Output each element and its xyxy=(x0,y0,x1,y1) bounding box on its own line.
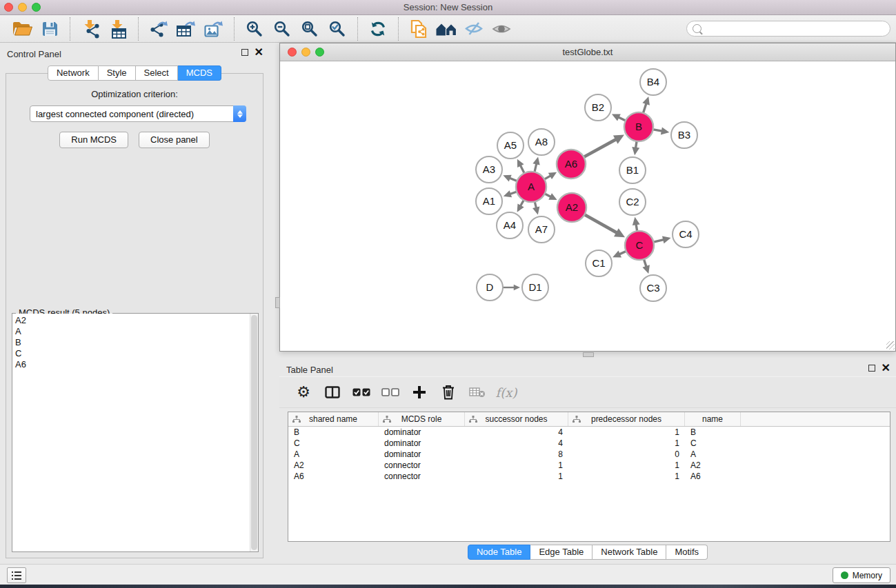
cell-shared-name[interactable]: C xyxy=(288,438,379,448)
node-B[interactable]: B xyxy=(624,112,653,141)
cell-predecessor-nodes[interactable]: 1 xyxy=(568,438,685,448)
network-window-titlebar[interactable]: testGlobe.txt xyxy=(280,43,895,61)
export-network-icon[interactable] xyxy=(145,16,172,42)
node-A5[interactable]: A5 xyxy=(497,132,524,159)
columns-icon[interactable] xyxy=(322,381,343,404)
delete-table-icon[interactable] xyxy=(467,381,488,404)
cell-MCDS-role[interactable]: connector xyxy=(379,472,465,481)
column-header-predecessor-nodes[interactable]: predecessor nodes xyxy=(568,412,685,426)
node-A1[interactable]: A1 xyxy=(476,188,502,214)
tab-mcds[interactable]: MCDS xyxy=(178,65,221,81)
close-network-window-icon[interactable] xyxy=(288,48,297,57)
edge-A6-B[interactable] xyxy=(584,139,617,157)
edge-A2-C[interactable] xyxy=(584,214,617,233)
zoom-fit-icon[interactable] xyxy=(296,16,323,42)
minimize-network-window-icon[interactable] xyxy=(301,48,310,57)
export-image-icon[interactable] xyxy=(200,16,228,42)
table-row[interactable]: A2connector11A2 xyxy=(288,460,890,471)
node-C1[interactable]: C1 xyxy=(586,250,612,276)
node-C4[interactable]: C4 xyxy=(673,221,699,247)
zoom-network-window-icon[interactable] xyxy=(315,48,324,57)
tab-motifs[interactable]: Motifs xyxy=(666,545,708,560)
result-item[interactable]: C xyxy=(15,348,258,359)
table-row[interactable]: A6connector11A6 xyxy=(288,471,890,482)
task-history-button[interactable] xyxy=(7,567,26,583)
node-D1[interactable]: D1 xyxy=(522,274,548,301)
resize-grip[interactable] xyxy=(886,341,895,349)
cell-shared-name[interactable]: A2 xyxy=(288,460,379,470)
edge-B-B4[interactable] xyxy=(643,103,646,114)
tab-network-table[interactable]: Network Table xyxy=(593,545,666,560)
node-D[interactable]: D xyxy=(477,274,503,301)
node-B2[interactable]: B2 xyxy=(585,94,611,121)
node-C3[interactable]: C3 xyxy=(640,275,666,301)
node-A4[interactable]: A4 xyxy=(497,212,523,239)
zoom-in-icon[interactable] xyxy=(241,16,268,42)
node-B4[interactable]: B4 xyxy=(640,69,666,95)
deselect-all-checkboxes-icon[interactable] xyxy=(380,381,401,404)
close-panel-icon[interactable]: ✕ xyxy=(255,49,263,56)
column-header-MCDS-role[interactable]: MCDS role xyxy=(379,412,465,426)
zoom-selected-icon[interactable] xyxy=(323,16,351,42)
cell-name[interactable]: B xyxy=(685,427,741,437)
cell-shared-name[interactable]: B xyxy=(288,427,379,437)
houses-icon[interactable] xyxy=(432,16,460,42)
cell-name[interactable]: A6 xyxy=(685,472,741,481)
column-header-shared-name[interactable]: shared name xyxy=(288,412,379,426)
node-A6[interactable]: A6 xyxy=(557,150,586,179)
cell-shared-name[interactable]: A xyxy=(288,449,379,459)
network-canvas[interactable]: B4B2BB3B1A5A8A6A3AA1C2A2A4A7C4CC1C3DD1 xyxy=(280,61,895,350)
cell-name[interactable]: C xyxy=(685,438,741,448)
add-column-icon[interactable] xyxy=(409,381,430,404)
select-all-checkboxes-icon[interactable] xyxy=(351,381,372,404)
table-row[interactable]: Bdominator41B xyxy=(288,427,890,438)
import-network-icon[interactable] xyxy=(77,16,104,42)
node-B1[interactable]: B1 xyxy=(619,157,646,183)
minimize-window-icon[interactable] xyxy=(18,3,27,12)
search-box[interactable] xyxy=(686,21,890,37)
mcds-result-list[interactable]: A2ABCA6 xyxy=(12,314,258,551)
cell-name[interactable]: A2 xyxy=(685,460,741,470)
cell-MCDS-role[interactable]: connector xyxy=(379,460,465,470)
tab-edge-table[interactable]: Edge Table xyxy=(530,545,593,560)
tab-style[interactable]: Style xyxy=(99,65,136,81)
close-table-panel-icon[interactable]: ✕ xyxy=(882,365,890,372)
result-item[interactable]: A xyxy=(15,326,258,337)
cell-predecessor-nodes[interactable]: 1 xyxy=(568,460,685,470)
node-C2[interactable]: C2 xyxy=(619,189,646,215)
cell-predecessor-nodes[interactable]: 0 xyxy=(568,449,685,459)
cell-shared-name[interactable]: A6 xyxy=(288,472,379,481)
table-row[interactable]: Cdominator41C xyxy=(288,438,890,449)
node-C[interactable]: C xyxy=(625,231,654,260)
close-window-icon[interactable] xyxy=(4,3,13,12)
cell-successor-nodes[interactable]: 4 xyxy=(465,427,568,437)
close-panel-button[interactable]: Close panel xyxy=(139,132,210,148)
export-table-icon[interactable] xyxy=(172,16,200,42)
function-builder-icon[interactable]: f(x) xyxy=(496,381,517,404)
node-A2[interactable]: A2 xyxy=(557,193,586,222)
splitter-handle-vertical[interactable] xyxy=(275,297,280,308)
memory-button[interactable]: Memory xyxy=(833,567,890,583)
splitter-handle-horizontal[interactable] xyxy=(583,352,594,357)
column-header-successor-nodes[interactable]: successor nodes xyxy=(465,412,568,426)
app-titlebar[interactable]: Session: New Session xyxy=(0,0,896,15)
cell-predecessor-nodes[interactable]: 1 xyxy=(568,427,685,437)
node-A3[interactable]: A3 xyxy=(476,156,502,183)
gear-icon[interactable]: ⚙ xyxy=(293,381,314,404)
cell-MCDS-role[interactable]: dominator xyxy=(379,449,465,459)
result-item[interactable]: B xyxy=(15,337,258,348)
tab-network[interactable]: Network xyxy=(48,65,99,81)
optimization-criterion-select[interactable]: largest connected component (directed) xyxy=(30,105,246,122)
cell-name[interactable]: A xyxy=(685,449,741,459)
node-A7[interactable]: A7 xyxy=(528,216,555,243)
save-icon[interactable] xyxy=(36,16,63,42)
result-item[interactable]: A2 xyxy=(15,315,258,326)
cell-MCDS-role[interactable]: dominator xyxy=(379,427,465,437)
search-input[interactable] xyxy=(705,23,884,34)
column-header-name[interactable]: name xyxy=(685,412,741,426)
cell-successor-nodes[interactable]: 1 xyxy=(465,472,568,481)
float-panel-icon[interactable] xyxy=(241,49,248,56)
float-table-panel-icon[interactable] xyxy=(868,365,875,372)
zoom-out-icon[interactable] xyxy=(268,16,296,42)
tab-node-table[interactable]: Node Table xyxy=(468,545,531,560)
